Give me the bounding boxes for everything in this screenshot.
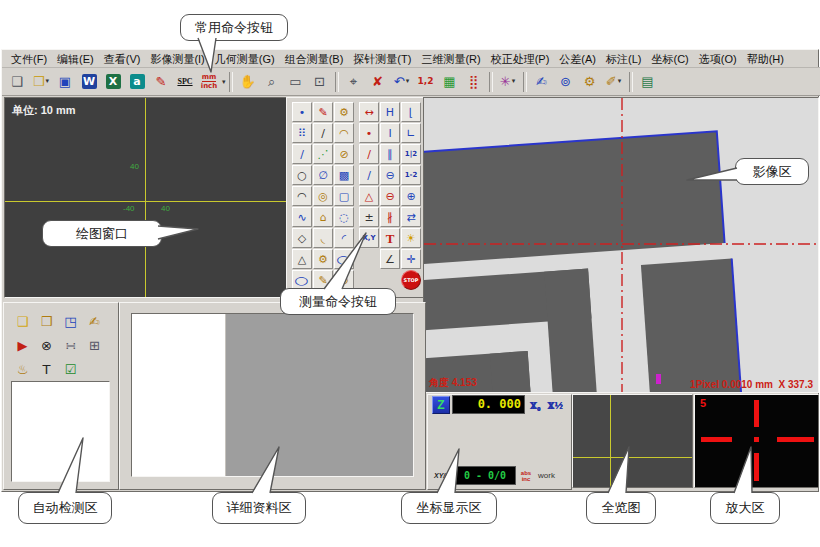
midpoint-tool[interactable]: • [359,123,379,143]
parallelism[interactable]: ∥ [380,144,400,164]
program-edit[interactable]: ✍ [531,71,553,93]
line-multipoint[interactable]: ∕ [292,144,312,164]
export-excel[interactable]: X [102,71,124,93]
stage-traverse[interactable]: ✳▾ [497,71,519,93]
detail-list[interactable] [132,314,226,476]
circle-find[interactable]: ⊙ [334,270,354,290]
dot-array-display[interactable]: ⣿ [463,71,485,93]
abort-run[interactable]: ⊗ [35,334,58,356]
dropdown-caret[interactable]: ▾ [222,78,226,86]
line-construct[interactable]: ∕ [359,144,379,164]
cylinder-tool[interactable]: ∅ [313,165,333,185]
lamp-control[interactable]: ☀ [401,228,421,248]
dropdown-caret[interactable]: ▾ [406,78,410,85]
polygon-tool[interactable]: △ [292,249,312,269]
arc-scan[interactable]: ◜ [334,228,354,248]
point-line-perp[interactable]: ⌊ [401,102,421,122]
menu-item[interactable]: 三维测量(R) [416,52,485,67]
line-2pt[interactable]: ∕ [313,123,333,143]
arc-tool[interactable]: ◠ [292,186,312,206]
angle-tool[interactable]: ∠ [380,249,400,269]
zoom-tool[interactable]: ⌕ [261,71,283,93]
teach-edit[interactable]: ✍ [83,310,106,332]
circle-tool[interactable]: ○ [292,165,312,185]
distance-2pt[interactable]: ↔ [359,102,379,122]
menu-item[interactable]: 校正处理(P) [486,52,555,67]
pan-hand[interactable]: ✋ [237,71,259,93]
dropdown-caret[interactable]: ▾ [46,78,50,85]
menu-item[interactable]: 文件(F) [6,52,52,67]
open-part[interactable]: ❒ [35,310,58,332]
new-part[interactable]: ❑ [11,310,34,332]
menu-item[interactable]: 公差(A) [554,52,601,67]
menu-item[interactable]: 查看(V) [99,52,146,67]
concentricity[interactable]: ⊕ [401,186,421,206]
line-angle[interactable]: ∕ [359,165,379,185]
drawing-window[interactable]: 单位: 10 mm 40 -40 40 [4,97,287,298]
text-annotation[interactable]: T [380,228,400,248]
angle-2lines[interactable]: ∦ [380,207,400,227]
menu-item[interactable]: 标注(L) [601,52,646,67]
menu-item[interactable]: 探针测量(T) [348,52,416,67]
save[interactable]: ▣ [54,71,76,93]
detect-list[interactable] [11,381,110,482]
export-dxf[interactable]: a [126,71,148,93]
auto-point[interactable]: ⚙ [334,102,354,122]
network-globe[interactable]: ⊚ [555,71,577,93]
settings-gears[interactable]: ⚙ [579,71,601,93]
step-nodes[interactable]: ∺ [59,334,82,356]
tile-windows[interactable]: ⊞ [83,334,106,356]
scan-line[interactable]: ⋰ [313,144,333,164]
magnifier-view[interactable]: 5 [694,394,819,488]
fillet-tool[interactable]: ◟ [313,228,333,248]
menu-item[interactable]: 编辑(E) [52,52,99,67]
axis-zero-button[interactable]: Z₀ [525,399,545,411]
curve-tool[interactable]: ∿ [292,207,312,227]
select-rectangle[interactable]: ▭ [285,71,307,93]
menu-item[interactable]: 几何测量(G) [210,52,280,67]
shape-combo[interactable]: ⌂ [313,207,333,227]
swap-axes[interactable]: ⇄ [401,207,421,227]
axis-button[interactable]: Z [432,396,450,414]
distance-lines-h[interactable]: H [380,102,400,122]
axis-align-12[interactable]: 1|2 [401,144,421,164]
perpendicularity[interactable]: ∟ [401,123,421,143]
auto-circle[interactable]: ⊘ [334,144,354,164]
stage-move-cross[interactable]: ✛ [401,249,421,269]
abs-inc-toggle[interactable]: absinc [516,470,536,482]
dropdown-caret[interactable]: ▾ [512,78,516,85]
report-notes[interactable]: ✐▾ [603,71,625,93]
text-tolerance[interactable]: T [35,358,58,380]
export-report[interactable]: ✎ [150,71,172,93]
menu-item[interactable]: 选项(O) [694,52,742,67]
point-tool[interactable]: • [292,102,312,122]
circle-line-distance[interactable]: ⊖ [380,165,400,185]
delete[interactable]: ✘ [367,71,389,93]
verify-check[interactable]: ☑ [59,358,82,380]
ellipse-tool[interactable]: ○ [292,270,312,290]
point-array[interactable]: ⠿ [292,123,312,143]
new-document[interactable]: ❑ [6,71,28,93]
mode-xy-rtheta-button[interactable]: XY/rθ [432,467,454,484]
part-model[interactable]: ◳ [59,310,82,332]
menu-item[interactable]: 组合测量(B) [280,52,349,67]
export-word[interactable]: W [78,71,100,93]
axis-half-button[interactable]: Z½ [545,399,565,411]
flame-marker[interactable]: ♨ [11,358,34,380]
offset-point[interactable]: ± [359,207,379,227]
auto-arc[interactable]: ◠ [334,123,354,143]
undo[interactable]: ↶▾ [391,71,413,93]
distance-lines-v[interactable]: I [380,123,400,143]
axis-align-2[interactable]: 1-2 [401,165,421,185]
mm-inch-toggle[interactable]: mm inch [198,71,220,93]
edge-detect-cursor[interactable]: ⌖ [343,71,365,93]
rectangle-tool[interactable]: ◇ [292,228,312,248]
gear-pair[interactable]: ⚙ [313,249,333,269]
rect-scan[interactable]: ▢ [334,186,354,206]
overview-map[interactable] [572,394,693,488]
circle-scan[interactable]: ◌ [334,207,354,227]
open-file[interactable]: ❒▾ [30,71,52,93]
area-scan[interactable]: ▩ [334,165,354,185]
menu-item[interactable]: 影像测量(I) [145,52,209,67]
image-capture[interactable]: ▤ [637,71,659,93]
